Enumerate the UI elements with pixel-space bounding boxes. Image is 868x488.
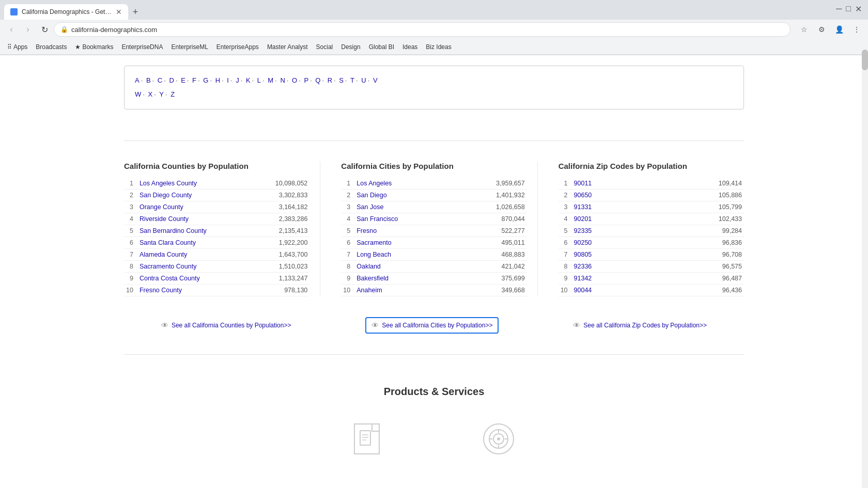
county-link[interactable]: Contra Costa County bbox=[140, 275, 200, 282]
bookmark-ideas[interactable]: Ideas bbox=[399, 42, 421, 52]
rank-cell: 5 bbox=[341, 225, 354, 237]
zip-link[interactable]: 92336 bbox=[574, 263, 592, 270]
bookmark-broadcasts[interactable]: Broadcasts bbox=[33, 42, 70, 52]
alpha-T[interactable]: T bbox=[350, 76, 354, 84]
zip-link[interactable]: 90201 bbox=[574, 215, 592, 223]
alpha-Z[interactable]: Z bbox=[171, 90, 175, 98]
zip-link[interactable]: 90805 bbox=[574, 251, 592, 258]
bookmark-social[interactable]: Social bbox=[313, 42, 336, 52]
rank-cell: 6 bbox=[124, 237, 137, 248]
bookmark-enterprisedna[interactable]: EnterpriseDNA bbox=[118, 42, 166, 52]
city-link[interactable]: Long Beach bbox=[357, 251, 391, 258]
city-link[interactable]: Anaheim bbox=[357, 287, 382, 294]
scrollbar-thumb[interactable] bbox=[862, 50, 868, 70]
bookmark-bizideas[interactable]: Biz Ideas bbox=[423, 42, 454, 52]
address-bar[interactable]: 🔒 california-demographics.com bbox=[54, 22, 791, 37]
extensions-button[interactable]: ⚙ bbox=[814, 22, 829, 37]
alpha-V[interactable]: V bbox=[373, 76, 378, 84]
zip-link[interactable]: 91331 bbox=[574, 203, 592, 211]
pop-cell: 421,042 bbox=[455, 260, 527, 272]
bookmark-bookmarks[interactable]: ★ Bookmarks bbox=[72, 42, 116, 52]
alpha-X[interactable]: X bbox=[148, 90, 153, 98]
alpha-F[interactable]: F bbox=[192, 76, 196, 84]
rank-cell: 5 bbox=[124, 225, 137, 237]
county-link[interactable]: Fresno County bbox=[140, 287, 182, 294]
city-link[interactable]: Bakersfield bbox=[357, 275, 389, 282]
alpha-M[interactable]: M bbox=[268, 76, 273, 84]
city-link[interactable]: Fresno bbox=[357, 227, 377, 234]
alpha-I[interactable]: I bbox=[227, 76, 229, 84]
name-cell: Los Angeles County bbox=[137, 178, 252, 190]
county-link[interactable]: Los Angeles County bbox=[140, 180, 197, 187]
county-link[interactable]: San Bernardino County bbox=[140, 227, 207, 234]
see-all-cities-link[interactable]: 👁 See all California Cities by Populatio… bbox=[365, 317, 499, 334]
bookmark-design[interactable]: Design bbox=[338, 42, 363, 52]
forward-button[interactable]: › bbox=[21, 22, 35, 37]
window-controls: ─ □ ✕ bbox=[836, 4, 862, 14]
county-link[interactable]: Alameda County bbox=[140, 251, 187, 258]
alpha-G[interactable]: G bbox=[203, 76, 208, 84]
tab-close-button[interactable]: ✕ bbox=[116, 8, 122, 16]
alpha-W[interactable]: W bbox=[135, 90, 141, 98]
scrollbar[interactable] bbox=[862, 50, 868, 488]
menu-button[interactable]: ⋮ bbox=[849, 22, 864, 37]
alpha-Q[interactable]: Q bbox=[315, 76, 320, 84]
alpha-U[interactable]: U bbox=[361, 76, 366, 84]
products-icons-row bbox=[124, 413, 744, 465]
zip-link[interactable]: 90650 bbox=[574, 192, 592, 199]
alpha-O[interactable]: O bbox=[292, 76, 297, 84]
alpha-R[interactable]: R bbox=[328, 76, 332, 84]
city-link[interactable]: San Jose bbox=[357, 203, 383, 211]
bookmark-apps[interactable]: ⠿ Apps bbox=[4, 42, 30, 52]
see-all-counties-link[interactable]: 👁 See all California Counties by Populat… bbox=[161, 317, 291, 334]
alpha-S[interactable]: S bbox=[339, 76, 344, 84]
zip-link[interactable]: 90044 bbox=[574, 287, 592, 294]
zip-link[interactable]: 92335 bbox=[574, 227, 592, 234]
alpha-J[interactable]: J bbox=[236, 76, 239, 84]
alpha-A[interactable]: A bbox=[135, 76, 140, 84]
alpha-L[interactable]: L bbox=[257, 76, 261, 84]
pop-cell: 522,277 bbox=[455, 225, 527, 237]
zip-link[interactable]: 90011 bbox=[574, 180, 592, 187]
bookmark-masteranalyst[interactable]: Master Analyst bbox=[264, 42, 311, 52]
zip-link[interactable]: 90250 bbox=[574, 239, 592, 246]
county-link[interactable]: Riverside County bbox=[140, 215, 189, 223]
minimize-button[interactable]: ─ bbox=[836, 4, 842, 14]
bookmark-enterpriseml[interactable]: EnterpriseML bbox=[168, 42, 211, 52]
county-link-orange[interactable]: Orange County bbox=[140, 203, 183, 211]
star-bookmark-button[interactable]: ☆ bbox=[797, 22, 811, 37]
alpha-Y[interactable]: Y bbox=[159, 90, 164, 98]
city-link[interactable]: San Francisco bbox=[357, 215, 398, 223]
active-tab[interactable]: California Demographics - Get C... ✕ bbox=[4, 4, 128, 20]
city-link[interactable]: San Diego bbox=[357, 192, 386, 199]
rank-cell: 1 bbox=[341, 178, 354, 190]
bookmark-enterpriseapps[interactable]: EnterpriseApps bbox=[213, 42, 262, 52]
county-link[interactable]: San Diego County bbox=[140, 192, 192, 199]
rank-cell: 3 bbox=[341, 201, 354, 213]
city-link[interactable]: Sacramento bbox=[357, 239, 391, 246]
zip-link[interactable]: 91342 bbox=[574, 275, 592, 282]
see-all-zipcodes-link[interactable]: 👁 See all California Zip Codes by Popula… bbox=[573, 317, 707, 334]
alpha-B[interactable]: B bbox=[146, 76, 151, 84]
alpha-C[interactable]: C bbox=[158, 76, 162, 84]
maximize-button[interactable]: □ bbox=[846, 4, 851, 14]
alpha-D[interactable]: D bbox=[169, 76, 174, 84]
cities-column: California Cities by Population 1 Los An… bbox=[331, 162, 537, 296]
refresh-button[interactable]: ↻ bbox=[37, 22, 52, 37]
bookmark-globalbi[interactable]: Global BI bbox=[366, 42, 397, 52]
alpha-N[interactable]: N bbox=[280, 76, 285, 84]
alpha-H[interactable]: H bbox=[215, 76, 220, 84]
city-link[interactable]: Los Angeles bbox=[357, 180, 392, 187]
back-button[interactable]: ‹ bbox=[4, 22, 19, 37]
alpha-E[interactable]: E bbox=[181, 76, 185, 84]
county-link[interactable]: Sacramento County bbox=[140, 263, 196, 270]
city-link[interactable]: Oakland bbox=[357, 263, 381, 270]
profile-button[interactable]: 👤 bbox=[832, 22, 846, 37]
name-cell: Long Beach bbox=[354, 248, 454, 260]
alpha-P[interactable]: P bbox=[304, 76, 308, 84]
alpha-K[interactable]: K bbox=[246, 76, 251, 84]
close-button[interactable]: ✕ bbox=[855, 4, 862, 14]
county-link[interactable]: Santa Clara County bbox=[140, 239, 196, 246]
new-tab-button[interactable]: + bbox=[128, 5, 143, 19]
table-row: 4 San Francisco 870,044 bbox=[341, 213, 526, 225]
